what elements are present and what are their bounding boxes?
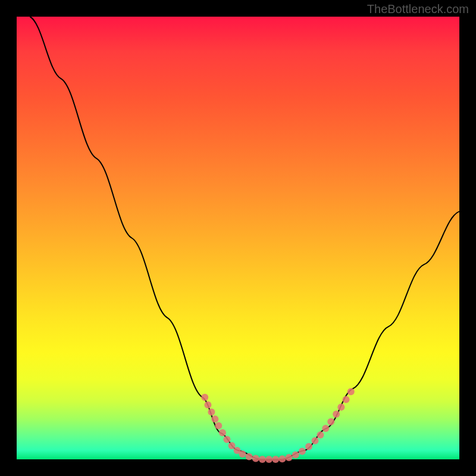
chart-dot [337,403,345,411]
chart-dot [219,429,226,436]
chart-dot [272,456,279,463]
chart-dot [333,411,340,418]
chart-dot [265,456,273,463]
chart-dot [259,456,266,463]
chart-dot [305,443,312,450]
chart-dot [211,415,218,422]
watermark-text: TheBottleneck.com [367,2,469,16]
chart-dot [286,454,293,461]
chart-dot [215,422,222,429]
chart-dot [299,448,306,455]
chart-dot [278,455,286,462]
chart-dot [327,418,334,425]
chart-dot [343,396,350,403]
chart-dot [208,408,215,415]
chart-dot [347,388,355,395]
chart-dot [228,442,236,449]
chart-dot [204,401,211,408]
chart-dot [317,431,324,439]
chart-svg [17,17,459,459]
chart-dot [239,450,246,458]
chart-dot [252,455,259,462]
chart-dot [311,437,318,444]
chart-dot [201,394,208,401]
chart-dot [292,452,299,459]
chart-dot [223,436,230,443]
chart-dot [322,425,329,432]
plot-area [17,17,459,459]
chart-dot [246,453,253,461]
chart-curve [30,17,459,459]
chart-dots-group [201,388,355,463]
